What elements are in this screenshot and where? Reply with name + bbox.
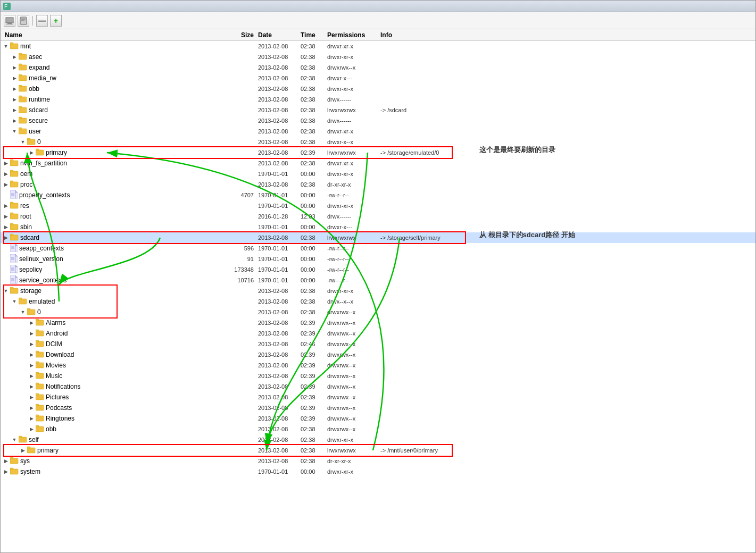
file-list[interactable]: ▼ mnt2013-02-0802:38drwxr-xr-x▶ asec2013… (1, 41, 755, 477)
expand-icon[interactable]: ▶ (11, 75, 18, 81)
expand-icon[interactable]: ▶ (28, 383, 35, 390)
list-item[interactable]: ▶ primary2013-02-0802:39lrwxrwxrwx-> /st… (1, 147, 755, 158)
expand-icon[interactable]: ▶ (3, 171, 9, 177)
folder-icon (36, 148, 44, 157)
expand-icon[interactable]: ▶ (28, 426, 35, 432)
expand-icon[interactable]: ▶ (28, 405, 35, 411)
list-item[interactable]: sepolicy1733481970-01-0100:00-rw-r--r-- (1, 264, 755, 275)
list-item[interactable]: ▶ obb2013-02-0802:38drwxr-xr-x (1, 83, 755, 94)
list-item[interactable]: ▶ Pictures2013-02-0802:39drwxrwx--x (1, 392, 755, 403)
expand-icon[interactable]: ▼ (20, 309, 26, 315)
expand-icon[interactable]: ▶ (20, 447, 26, 454)
list-item[interactable]: ▶ oem1970-01-0100:00drwxr-xr-x (1, 169, 755, 179)
expand-icon[interactable]: ▶ (3, 468, 9, 475)
item-label: emulated (29, 298, 55, 305)
list-item[interactable]: ▶ asec2013-02-0802:38drwxr-xr-x (1, 52, 755, 62)
list-item[interactable]: ▶ sbin1970-01-0100:00drwxr-x--- (1, 222, 755, 232)
folder-icon (36, 382, 44, 391)
expand-icon[interactable]: ▶ (11, 86, 18, 92)
expand-icon[interactable]: ▶ (28, 330, 35, 337)
toolbar-btn-minimize[interactable]: — (36, 15, 48, 27)
list-item[interactable]: ▶ res1970-01-0100:00drwxr-xr-x (1, 200, 755, 211)
list-item[interactable]: ▶ system1970-01-0100:00drwxr-xr-x (1, 466, 755, 477)
list-item[interactable]: ▶ Music2013-02-0802:39drwxrwx--x (1, 371, 755, 381)
expand-icon[interactable]: ▶ (28, 341, 35, 347)
expand-icon[interactable]: ▶ (28, 149, 35, 156)
expand-icon[interactable]: ▶ (3, 203, 9, 209)
row-name: ▶ sys (3, 457, 231, 466)
expand-icon[interactable]: ▶ (3, 458, 9, 464)
list-item[interactable]: ▶ Movies2013-02-0802:39drwxrwx--x (1, 360, 755, 371)
row-perms: lrwxrwxrwx (327, 107, 380, 113)
list-item[interactable]: service_contexts107161970-01-0100:00-rw-… (1, 275, 755, 286)
list-item[interactable]: selinux_version911970-01-0100:00-rw-r--r… (1, 254, 755, 264)
expand-icon[interactable]: ▶ (3, 234, 9, 241)
list-item[interactable]: ▶ sdcard2013-02-0802:38lrwxrwxrwx-> /sto… (1, 232, 755, 243)
list-item[interactable]: ▶ runtime2013-02-0802:38drwx------ (1, 94, 755, 105)
expand-icon[interactable]: ▶ (3, 160, 9, 166)
list-item[interactable]: property_contexts47071970-01-0100:00-rw-… (1, 190, 755, 200)
expand-icon[interactable]: ▶ (28, 415, 35, 422)
list-item[interactable]: ▶ Podcasts2013-02-0802:39drwxrwx--x (1, 403, 755, 413)
expand-icon[interactable]: ▶ (11, 54, 18, 60)
list-item[interactable]: ▼ mnt2013-02-0802:38drwxr-xr-x (1, 41, 755, 52)
row-name: ▶ system (3, 467, 231, 476)
col-size: Size (231, 31, 258, 39)
list-item[interactable]: ▼ emulated2013-02-0802:38drwx--x--x (1, 296, 755, 307)
expand-icon[interactable]: ▶ (28, 351, 35, 358)
list-item[interactable]: ▶ sdcard2013-02-0802:38lrwxrwxrwx-> /sdc… (1, 105, 755, 115)
expand-icon[interactable]: ▶ (11, 118, 18, 124)
expand-icon[interactable] (3, 245, 9, 252)
toolbar-btn-2[interactable] (18, 15, 29, 27)
list-item[interactable]: ▶ DCIM2013-02-0802:46drwxrwx--x (1, 339, 755, 349)
row-time: 02:38 (301, 96, 327, 103)
list-item[interactable]: ▶ primary2013-02-0802:38lrwxrwxrwx-> /mn… (1, 445, 755, 456)
expand-icon[interactable]: ▼ (3, 288, 9, 294)
list-item[interactable]: ▼ storage2013-02-0802:38drwxr-xr-x (1, 286, 755, 296)
expand-icon[interactable]: ▼ (3, 43, 9, 49)
folder-icon (10, 287, 19, 296)
expand-icon[interactable]: ▶ (11, 64, 18, 71)
list-item[interactable]: ▶ proc2013-02-0802:38dr-xr-xr-x (1, 179, 755, 190)
row-info: -> /storage/self/primary (380, 234, 755, 241)
svg-rect-83 (36, 331, 44, 336)
list-item[interactable]: ▶ Notifications2013-02-0802:39drwxrwx--x (1, 381, 755, 392)
list-item[interactable]: ▶ expand2013-02-0802:38drwxrwx--x (1, 62, 755, 73)
expand-icon[interactable]: ▶ (28, 373, 35, 379)
expand-icon[interactable] (3, 256, 9, 262)
expand-icon[interactable]: ▶ (28, 362, 35, 368)
list-item[interactable]: ▶ nvm_fs_partition2013-02-0802:38drwxr-x… (1, 158, 755, 169)
list-item[interactable]: ▶ Alarms2013-02-0802:39drwxrwx--x (1, 317, 755, 328)
expand-icon[interactable]: ▼ (11, 128, 18, 135)
list-item[interactable]: ▶ sys2013-02-0802:38dr-xr-xr-x (1, 456, 755, 466)
expand-icon[interactable]: ▶ (3, 213, 9, 220)
list-item[interactable]: ▼ 02013-02-0802:38drwxr-x--x (1, 137, 755, 147)
expand-icon[interactable]: ▼ (20, 139, 26, 145)
list-item[interactable]: ▶ Android2013-02-0802:39drwxrwx--x (1, 328, 755, 339)
toolbar-btn-add[interactable]: + (50, 15, 62, 27)
expand-icon[interactable] (3, 266, 9, 273)
expand-icon[interactable]: ▶ (28, 394, 35, 400)
list-item[interactable]: ▶ Download2013-02-0802:39drwxrwx--x (1, 349, 755, 360)
list-item[interactable]: ▼ self2013-02-0802:38drwxr-xr-x (1, 434, 755, 445)
list-item[interactable]: ▼ 02013-02-0802:38drwxrwx--x (1, 307, 755, 317)
expand-icon[interactable]: ▶ (11, 107, 18, 113)
expand-icon[interactable] (3, 192, 9, 198)
list-item[interactable]: ▶ secure2013-02-0802:38drwx------ (1, 115, 755, 126)
expand-icon[interactable]: ▶ (3, 224, 9, 230)
list-item[interactable]: ▶ Ringtones2013-02-0802:39drwxrwx--x (1, 413, 755, 424)
expand-icon[interactable]: ▶ (28, 320, 35, 326)
expand-icon[interactable]: ▶ (3, 181, 9, 188)
toolbar-btn-1[interactable] (4, 15, 15, 27)
folder-icon (10, 42, 19, 51)
list-item[interactable]: seapp_contexts5961970-01-0100:00-rw-r--r… (1, 243, 755, 254)
expand-icon[interactable]: ▼ (11, 298, 18, 305)
list-item[interactable]: ▶ root2016-01-2812:03drwx------ (1, 211, 755, 222)
expand-icon[interactable]: ▶ (11, 96, 18, 103)
list-item[interactable]: ▶ obb2013-02-0802:38drwxrwx--x (1, 424, 755, 434)
expand-icon[interactable] (3, 277, 9, 283)
list-item[interactable]: ▼ user2013-02-0802:38drwxr-xr-x (1, 126, 755, 137)
row-date: 2013-02-08 (258, 383, 301, 390)
list-item[interactable]: ▶ media_rw2013-02-0802:38drwxr-x--- (1, 73, 755, 83)
expand-icon[interactable]: ▼ (11, 437, 18, 443)
